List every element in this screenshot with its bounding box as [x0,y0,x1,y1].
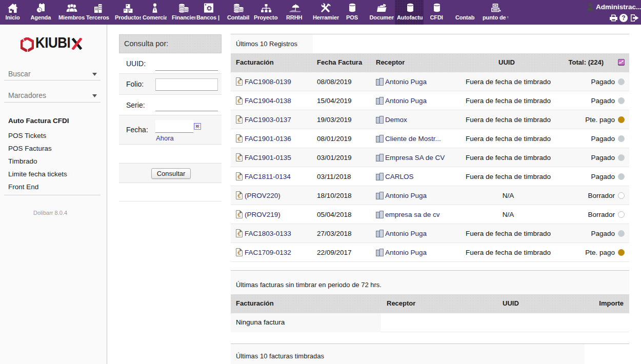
svg-text:€: € [237,250,241,256]
svg-text:€: € [237,79,241,85]
svg-text:€: € [237,212,241,218]
svg-text:€: € [237,193,241,199]
svg-text:€: € [237,117,241,123]
svg-text:€: € [237,231,241,237]
svg-text:€: € [237,136,241,142]
svg-text:€: € [237,155,241,161]
svg-text:€: € [237,174,241,180]
svg-text:€: € [237,98,241,104]
svg-text:?: ? [622,14,625,22]
